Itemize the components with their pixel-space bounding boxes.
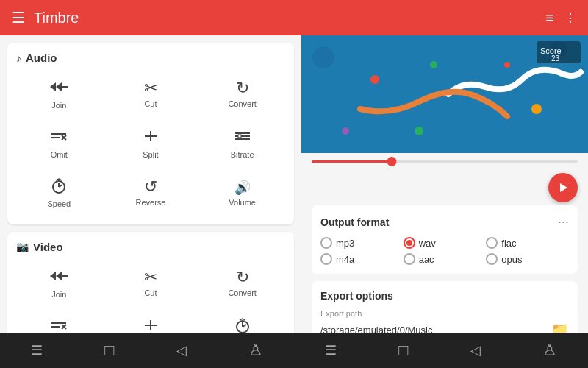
volume-label: Volume [229, 198, 256, 208]
video-section-label: Video [33, 241, 63, 253]
format-aac[interactable]: aac [404, 253, 487, 265]
radio-flac[interactable] [486, 237, 498, 249]
svg-point-30 [370, 75, 379, 84]
top-bar-right [545, 10, 576, 26]
video-cut-tool[interactable]: Cut [108, 262, 194, 305]
svg-text:23: 23 [551, 54, 560, 63]
svg-point-32 [531, 104, 542, 114]
export-section: Export options Export path /storage/emul… [312, 281, 578, 333]
split-icon [140, 128, 161, 147]
more-icon[interactable] [564, 11, 576, 25]
omit-icon [49, 128, 69, 147]
convert-label: Convert [228, 99, 257, 109]
audio-volume-tool[interactable]: Volume [199, 171, 285, 215]
audio-section-header: ♪ Audio [16, 52, 285, 64]
format-options-grid: mp3 wav flac [320, 237, 569, 265]
audio-note-icon: ♪ [16, 52, 21, 64]
svg-point-28 [312, 46, 334, 68]
audio-speed-tool[interactable]: Speed [16, 171, 102, 215]
nav-menu-icon-2[interactable] [320, 338, 341, 363]
nav-back-icon[interactable] [172, 338, 191, 363]
nav-menu-icon[interactable] [26, 338, 47, 363]
folder-icon[interactable]: 📁 [551, 321, 569, 333]
svg-point-33 [342, 127, 349, 135]
convert-icon [236, 80, 249, 96]
video-tools-grid: Join Cut Convert [16, 262, 285, 333]
video-split-tool[interactable]: Split [108, 311, 194, 333]
output-format-more[interactable]: ··· [558, 214, 569, 230]
nav-person-icon-2[interactable] [538, 336, 562, 364]
bitrate-icon [232, 128, 253, 147]
reverse-label: Reverse [136, 198, 166, 208]
nav-back-icon-2[interactable] [466, 338, 485, 363]
list-icon[interactable] [545, 10, 554, 26]
play-button[interactable] [548, 173, 578, 202]
video-section-header: 📷 Video [16, 241, 285, 253]
cut-icon [144, 80, 157, 96]
video-split-icon [140, 317, 161, 333]
svg-point-31 [430, 61, 437, 68]
speed-label: Speed [47, 199, 71, 209]
export-title-row: Export options [320, 290, 569, 302]
radio-wav-inner [406, 240, 412, 246]
audio-omit-tool[interactable]: Omit [16, 122, 102, 166]
progress-track[interactable] [312, 160, 578, 163]
radio-mp3[interactable] [320, 237, 332, 249]
audio-section-label: Audio [26, 52, 57, 64]
nav-square-icon-2[interactable] [394, 336, 412, 364]
export-path-label: Export path [320, 309, 569, 318]
video-omit-tool[interactable]: Omit [16, 311, 102, 333]
audio-reverse-tool[interactable]: Reverse [108, 171, 194, 215]
audio-bitrate-tool[interactable]: Bitrate [199, 122, 285, 166]
audio-cut-tool[interactable]: Cut [108, 73, 194, 116]
menu-icon[interactable] [12, 9, 25, 26]
nav-person-icon[interactable] [244, 336, 268, 364]
video-speed-icon [232, 317, 253, 333]
bitrate-label: Bitrate [231, 150, 254, 160]
reverse-icon [144, 179, 157, 195]
audio-section-card: ♪ Audio Join [7, 43, 294, 224]
format-mp3[interactable]: mp3 [320, 237, 404, 249]
video-omit-icon [49, 317, 69, 333]
format-opus-label: opus [501, 254, 522, 265]
svg-point-35 [415, 127, 423, 135]
format-opus[interactable]: opus [486, 253, 569, 265]
format-m4a[interactable]: m4a [320, 253, 404, 265]
video-preview: Score 23 [301, 35, 588, 153]
right-panel: Score 23 Output format [301, 35, 588, 333]
top-bar: Timbre [0, 0, 588, 35]
audio-split-tool[interactable]: Split [108, 122, 194, 166]
top-bar-left: Timbre [12, 9, 79, 26]
progress-thumb[interactable] [387, 157, 396, 166]
audio-join-tool[interactable]: Join [16, 73, 102, 116]
format-aac-label: aac [419, 254, 434, 265]
main-content: ♪ Audio Join [0, 35, 588, 333]
cut-label: Cut [144, 99, 157, 109]
omit-label: Omit [51, 150, 68, 160]
right-content: Output format ··· mp3 wav [301, 205, 588, 333]
join-label: Join [51, 101, 66, 110]
format-flac[interactable]: flac [486, 237, 569, 249]
radio-m4a[interactable] [320, 253, 332, 265]
format-m4a-label: m4a [336, 254, 354, 265]
video-speed-tool[interactable]: Speed [199, 311, 285, 333]
format-wav[interactable]: wav [404, 237, 487, 249]
video-section-card: 📷 Video Join [7, 232, 294, 333]
output-format-header: Output format ··· [320, 214, 569, 230]
video-convert-tool[interactable]: Convert [199, 262, 285, 305]
format-mp3-label: mp3 [336, 238, 354, 249]
radio-wav[interactable] [404, 237, 415, 249]
nav-square-icon[interactable] [100, 336, 118, 364]
video-join-icon [49, 268, 69, 287]
export-path-value: /storage/emulated/0/Music [320, 325, 432, 333]
video-join-label: Join [51, 290, 66, 300]
svg-rect-8 [238, 135, 241, 138]
video-join-tool[interactable]: Join [16, 262, 102, 305]
audio-convert-tool[interactable]: Convert [199, 73, 285, 116]
radio-aac[interactable] [404, 253, 415, 265]
speed-icon [49, 177, 69, 197]
progress-bar-area [301, 153, 588, 170]
radio-opus[interactable] [486, 253, 498, 265]
export-path-row: /storage/emulated/0/Music 📁 [320, 321, 569, 333]
playback-area [301, 170, 588, 205]
